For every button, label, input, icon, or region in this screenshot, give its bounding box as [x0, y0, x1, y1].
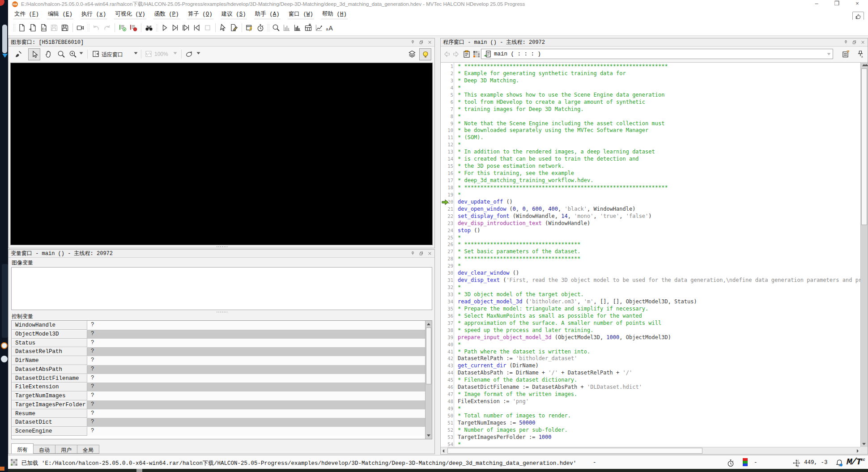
procedure-grid-button[interactable] — [472, 50, 481, 59]
save-all-button[interactable] — [60, 22, 70, 33]
step-over-button[interactable] — [170, 22, 180, 33]
fit-window-button[interactable]: 适应窗口 — [102, 51, 123, 59]
variable-name-Status[interactable]: Status — [12, 339, 87, 348]
graphics-canvas[interactable] — [10, 63, 433, 245]
pin-icon[interactable] — [843, 40, 848, 45]
scrollbar-thumb[interactable] — [426, 327, 431, 384]
code-vertical-scrollbar[interactable] — [860, 62, 868, 447]
variable-name-ObjectModel3D[interactable]: ObjectModel3D — [12, 330, 87, 339]
variable-value[interactable]: ? — [87, 409, 425, 418]
notification-bell-icon[interactable] — [835, 459, 844, 468]
scrollbar-thumb[interactable] — [861, 68, 867, 225]
maximize-button[interactable]: ❐ — [833, 0, 840, 7]
code-editor[interactable]: 1234567891011121314151617181920212223242… — [441, 62, 860, 447]
binoculars-button[interactable] — [144, 22, 154, 33]
save-button[interactable] — [49, 22, 59, 33]
nav-forward-button[interactable] — [451, 50, 460, 59]
magnify-tool-button[interactable] — [57, 50, 66, 59]
menu-2[interactable]: 编辑 (E) — [47, 9, 73, 19]
nav-back-button[interactable] — [443, 50, 451, 59]
histogram-button[interactable] — [281, 22, 292, 33]
variable-value[interactable]: ? — [87, 427, 425, 436]
scroll-down-icon[interactable] — [862, 443, 866, 445]
close-button[interactable]: × — [854, 0, 861, 7]
zoom-dropdown-caret[interactable] — [79, 52, 83, 55]
minimize-button[interactable]: – — [813, 0, 820, 7]
close-icon[interactable] — [427, 251, 432, 256]
zoom-in-button[interactable] — [68, 50, 77, 59]
stop-gray-button[interactable] — [202, 22, 213, 33]
menu-8[interactable]: 助手 (A) — [254, 9, 281, 19]
variable-value[interactable]: ? — [87, 356, 425, 365]
menu-5[interactable]: 函数 (P) — [153, 9, 180, 19]
light-bulb-button[interactable] — [419, 48, 431, 60]
scrollbar-thumb[interactable] — [447, 448, 702, 454]
unpin-button[interactable]: x — [856, 50, 865, 59]
variable-name-FileExtension[interactable]: FileExtension — [12, 383, 87, 391]
menu-6[interactable]: 算子 (O) — [187, 9, 213, 19]
shape-tool-button[interactable] — [185, 50, 194, 59]
variable-value[interactable]: ? — [87, 339, 425, 348]
redo-button[interactable] — [102, 22, 112, 33]
variable-name-DirName[interactable]: DirName — [12, 356, 87, 365]
step-into-button[interactable] — [181, 22, 191, 33]
combo-caret-icon[interactable] — [827, 53, 831, 55]
window-bolt-button[interactable] — [244, 22, 255, 33]
menu-4[interactable]: 可视化 (V) — [114, 9, 146, 19]
variable-value[interactable]: ? — [87, 347, 425, 356]
variable-value[interactable]: ? — [87, 418, 425, 427]
float-icon[interactable] — [419, 251, 424, 256]
splitter-handle[interactable] — [216, 311, 228, 313]
pin-icon[interactable] — [410, 251, 415, 256]
doc-edit-button[interactable] — [229, 22, 239, 33]
menu-7[interactable]: 建议 (S) — [221, 9, 247, 19]
variable-name-SceneEngine[interactable]: SceneEngine — [12, 427, 87, 436]
scroll-up-icon[interactable] — [427, 323, 430, 325]
doc-open-ex-button[interactable]: Ex — [38, 22, 48, 33]
edit-procedure-button[interactable] — [842, 50, 851, 59]
linechart-button[interactable] — [314, 22, 324, 33]
variable-value[interactable]: ? — [87, 365, 425, 374]
code-horizontal-scrollbar[interactable] — [441, 447, 860, 454]
pointer-doc-button[interactable] — [218, 22, 228, 33]
camera-button[interactable] — [75, 22, 85, 33]
run-button[interactable] — [159, 22, 170, 33]
zoom-find-button[interactable] — [271, 22, 281, 33]
fit-window-icon[interactable] — [92, 50, 101, 59]
tab-用户[interactable]: 用户 — [55, 445, 77, 454]
variable-value[interactable]: ? — [87, 391, 425, 400]
float-icon[interactable] — [419, 40, 424, 45]
variable-name-DatasetRelPath[interactable]: DatasetRelPath — [12, 347, 87, 356]
font-size-button[interactable]: aA — [324, 22, 335, 33]
barchart-button[interactable] — [292, 22, 302, 33]
variable-name-DatasetAbsPath[interactable]: DatasetAbsPath — [12, 365, 87, 374]
variable-name-TargetNumImages[interactable]: TargetNumImages — [12, 391, 87, 400]
float-icon[interactable] — [852, 40, 857, 45]
procedure-combobox[interactable]: main ( : : : ) — [481, 49, 833, 59]
pin-icon[interactable] — [410, 40, 415, 45]
menu-9[interactable]: 窗口 (W) — [288, 9, 314, 19]
menu-1[interactable]: 文件 (F) — [13, 9, 40, 19]
variable-name-DatasetDictFilename[interactable]: DatasetDictFilename — [12, 374, 87, 383]
pan-tool-button[interactable] — [44, 50, 53, 59]
variables-scrollbar[interactable] — [425, 321, 432, 439]
menu-3[interactable]: 执行 (x) — [81, 9, 107, 19]
variable-name-Resume[interactable]: Resume — [12, 409, 87, 418]
undo-button[interactable] — [91, 22, 101, 33]
scroll-right-icon[interactable] — [857, 449, 859, 453]
exec-ok-button[interactable] — [117, 22, 128, 33]
variable-name-DatasetDict[interactable]: DatasetDict — [12, 418, 87, 427]
doc-new-button[interactable] — [17, 22, 27, 33]
variable-value[interactable]: ? — [87, 330, 425, 339]
layers-button[interactable] — [408, 50, 417, 59]
stopwatch-button[interactable] — [255, 22, 265, 33]
menu-10[interactable]: 帮助 (H) — [321, 9, 348, 19]
variable-value[interactable]: ? — [87, 374, 425, 383]
scroll-left-icon[interactable] — [443, 449, 444, 453]
pointer-tool-button[interactable] — [28, 48, 40, 60]
doc-open-button[interactable] — [27, 22, 38, 33]
close-icon[interactable] — [427, 40, 432, 45]
clear-window-button[interactable] — [14, 50, 23, 59]
exec-stop-button[interactable] — [128, 22, 138, 33]
image-variables-area[interactable] — [11, 267, 432, 310]
